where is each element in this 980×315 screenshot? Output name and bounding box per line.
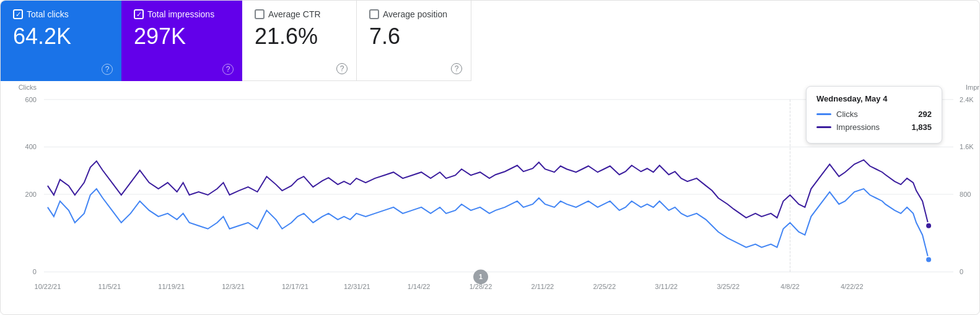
tooltip-label-impressions: Impressions <box>836 123 906 132</box>
clicks-line <box>48 189 929 259</box>
svg-text:11/5/21: 11/5/21 <box>98 283 121 290</box>
help-icon-impressions[interactable]: ? <box>222 64 234 75</box>
tooltip-value-clicks: 292 <box>918 110 932 119</box>
metric-value-impressions: 297K <box>134 24 230 49</box>
tooltip-value-impressions: 1,835 <box>911 123 932 132</box>
help-icon-clicks[interactable]: ? <box>102 64 113 75</box>
tooltip-line-impressions <box>816 126 831 128</box>
metric-label-position: Average position <box>383 9 447 19</box>
metric-value-clicks: 64.2K <box>13 24 109 49</box>
metric-card-total-impressions[interactable]: ✓ Total impressions 297K ? <box>121 1 242 81</box>
svg-text:12/17/21: 12/17/21 <box>282 283 308 290</box>
metric-label-ctr: Average CTR <box>268 9 321 19</box>
metric-value-position: 7.6 <box>369 24 458 49</box>
svg-text:1/14/22: 1/14/22 <box>408 283 431 290</box>
chart-area: Clicks 600 400 200 0 Impressions 2.4K 1.… <box>1 81 979 314</box>
metric-label-impressions: Total impressions <box>147 9 214 19</box>
svg-text:1.6K: 1.6K <box>960 143 974 150</box>
impressions-dot <box>925 223 932 229</box>
metric-card-average-ctr[interactable]: Average CTR 21.6% ? <box>242 1 357 81</box>
svg-text:2.4K: 2.4K <box>960 96 974 103</box>
checkbox-ctr[interactable] <box>255 9 265 19</box>
svg-text:11/19/21: 11/19/21 <box>158 283 185 290</box>
svg-text:0: 0 <box>960 268 963 275</box>
svg-text:2/11/22: 2/11/22 <box>532 283 554 290</box>
impressions-line <box>48 160 929 225</box>
help-icon-position[interactable]: ? <box>451 63 462 74</box>
svg-text:10/22/21: 10/22/21 <box>35 283 61 290</box>
svg-text:400: 400 <box>25 143 37 150</box>
metric-value-ctr: 21.6% <box>255 24 344 49</box>
svg-text:1: 1 <box>479 273 483 280</box>
tooltip-line-clicks <box>816 113 831 115</box>
checkmark-clicks: ✓ <box>15 11 21 18</box>
metrics-row: ✓ Total clicks 64.2K ? ✓ Total impressio… <box>1 1 979 81</box>
metric-header-position: Average position <box>369 9 458 19</box>
metric-header-clicks: ✓ Total clicks <box>13 9 109 19</box>
metric-header-impressions: ✓ Total impressions <box>134 9 230 19</box>
main-container: ✓ Total clicks 64.2K ? ✓ Total impressio… <box>0 0 980 315</box>
tooltip-row-impressions: Impressions 1,835 <box>816 123 932 132</box>
svg-text:3/11/22: 3/11/22 <box>655 283 678 290</box>
svg-text:2/25/22: 2/25/22 <box>593 283 616 290</box>
metric-header-ctr: Average CTR <box>255 9 344 19</box>
tooltip-date: Wednesday, May 4 <box>816 94 932 103</box>
metric-card-average-position[interactable]: Average position 7.6 ? <box>357 1 471 81</box>
checkbox-impressions[interactable]: ✓ <box>134 9 144 19</box>
svg-text:4/22/22: 4/22/22 <box>841 283 864 290</box>
svg-text:0: 0 <box>33 268 37 275</box>
svg-text:800: 800 <box>960 191 971 198</box>
checkmark-impressions: ✓ <box>136 11 142 18</box>
help-icon-ctr[interactable]: ? <box>336 63 348 74</box>
svg-text:12/31/21: 12/31/21 <box>344 283 370 290</box>
svg-text:12/3/21: 12/3/21 <box>222 283 245 290</box>
svg-text:Clicks: Clicks <box>19 84 37 91</box>
svg-text:Impressions: Impressions <box>966 84 979 91</box>
metric-label-clicks: Total clicks <box>27 9 69 19</box>
svg-text:4/8/22: 4/8/22 <box>781 283 800 290</box>
svg-text:3/25/22: 3/25/22 <box>717 283 740 290</box>
checkbox-position[interactable] <box>369 9 379 19</box>
svg-text:600: 600 <box>25 96 37 103</box>
tooltip-row-clicks: Clicks 292 <box>816 110 932 119</box>
tooltip-label-clicks: Clicks <box>836 110 913 119</box>
clicks-dot <box>925 256 932 262</box>
metric-card-total-clicks[interactable]: ✓ Total clicks 64.2K ? <box>1 1 121 81</box>
checkbox-clicks[interactable]: ✓ <box>13 9 23 19</box>
tooltip: Wednesday, May 4 Clicks 292 Impressions … <box>806 86 942 144</box>
svg-text:200: 200 <box>25 191 37 198</box>
